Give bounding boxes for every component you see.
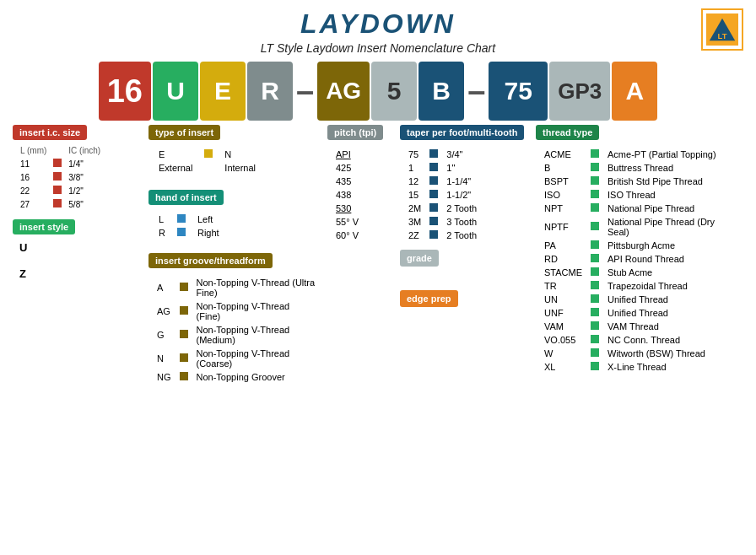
page: LT LAYDOWN LT Style Laydown Insert Nomen… <box>0 0 756 555</box>
logo: LT <box>701 8 743 51</box>
code-box-ag: AG <box>317 62 370 121</box>
code-box-b: B <box>418 62 464 121</box>
taper-table: 75 3/4" 1 1" 12 1-1/4" <box>403 147 482 243</box>
thread-swatch <box>591 190 599 198</box>
thread-swatch <box>591 149 599 158</box>
insert-ic-label: insert i.c. size <box>13 125 87 140</box>
groove-swatch-ng <box>180 372 188 380</box>
left-column: insert i.c. size L (mm) IC (inch) 11 1/4… <box>13 124 143 385</box>
taper-swatch-12 <box>429 176 438 185</box>
thread-swatch <box>591 362 599 370</box>
code-box-u: U <box>153 62 198 121</box>
taper-grade-column: taper per foot/multi-tooth 75 3/4" 1 1" … <box>400 124 531 385</box>
thread-swatch <box>591 267 599 276</box>
middle-column: type of insert E N External Internal <box>143 124 321 385</box>
thread-type-column: thread type ACME Acme-PT (Partial Toppin… <box>536 124 743 385</box>
thread-swatch <box>591 281 599 289</box>
type-insert-table: E N External Internal <box>152 147 262 175</box>
ic-swatch-11 <box>53 159 62 167</box>
insert-style-u: U <box>19 241 143 254</box>
edge-prep-box: edge prep <box>400 290 458 307</box>
code-box-16: 16 <box>99 62 151 121</box>
insert-style-z: Z <box>19 267 143 280</box>
groove-section: insert groove/threadform A Non-Topping V… <box>148 252 321 385</box>
code-row: 16 U E R – AG 5 B – 75 GP3 A <box>13 62 743 121</box>
thread-swatch <box>591 222 599 230</box>
groove-table: A Non-Topping V-Thread (Ultra Fine) AG N… <box>152 275 321 385</box>
thread-swatch <box>591 240 599 249</box>
code-box-r: R <box>247 62 293 121</box>
thread-type-label: thread type <box>536 125 599 140</box>
taper-swatch-2m <box>429 203 438 212</box>
thread-swatch <box>591 308 599 316</box>
code-dash-1: – <box>294 62 316 121</box>
groove-swatch-g <box>180 330 188 338</box>
right-area: pitch (tpi) API 425 435 438 530 55° V 60… <box>321 124 743 385</box>
thread-table: ACME Acme-PT (Partial Topping) B Buttres… <box>539 147 743 374</box>
code-box-gp3: GP3 <box>549 62 610 121</box>
hand-swatch-l <box>177 214 186 223</box>
ic-swatch-27 <box>53 199 62 207</box>
main-title: LAYDOWN <box>13 8 743 40</box>
thread-swatch <box>591 176 599 185</box>
type-insert-label: type of insert <box>148 125 220 140</box>
code-box-a: A <box>612 62 657 121</box>
thread-swatch <box>591 335 599 343</box>
groove-swatch-a <box>180 283 188 291</box>
taper-label: taper per foot/multi-tooth <box>400 125 524 140</box>
hand-of-insert-section: hand of insert L Left R Right <box>148 189 321 240</box>
ic-swatch-22 <box>53 186 62 194</box>
groove-swatch-ag <box>180 306 188 315</box>
thread-swatch <box>591 321 599 330</box>
code-box-e: E <box>200 62 246 121</box>
type-of-insert-section: type of insert E N External Internal <box>148 124 321 175</box>
pitch-table: API 425 435 438 530 55° V 60° V <box>331 147 364 243</box>
taper-swatch-75 <box>429 149 438 158</box>
hand-insert-label: hand of insert <box>148 190 224 205</box>
svg-text:LT: LT <box>718 31 727 40</box>
taper-swatch-2z <box>429 230 438 239</box>
thread-swatch <box>591 294 599 303</box>
code-box-5: 5 <box>371 62 417 121</box>
taper-swatch-15 <box>429 190 438 198</box>
pitch-label: pitch (tpi) <box>327 125 383 140</box>
thread-swatch <box>591 163 599 171</box>
thread-swatch <box>591 348 599 357</box>
thread-swatch <box>591 203 599 212</box>
code-dash-2: – <box>466 62 487 121</box>
ic-swatch-16 <box>53 172 62 181</box>
taper-swatch-3m <box>429 217 438 225</box>
groove-label: insert groove/threadform <box>148 253 273 268</box>
thread-swatch <box>591 254 599 262</box>
groove-swatch-n <box>180 353 188 362</box>
pitch-column: pitch (tpi) API 425 435 438 530 55° V 60… <box>327 124 395 385</box>
hand-swatch-r <box>177 228 186 236</box>
taper-swatch-1 <box>429 163 438 171</box>
hand-insert-table: L Left R Right <box>152 212 226 240</box>
code-box-75: 75 <box>489 62 548 121</box>
subtitle: LT Style Laydown Insert Nomenclature Cha… <box>13 41 743 55</box>
ic-size-table: L (mm) IC (inch) 11 1/4" 16 3/8" 22 <box>16 143 105 212</box>
insert-style-label: insert style <box>13 219 75 234</box>
grade-box: grade <box>400 250 439 267</box>
